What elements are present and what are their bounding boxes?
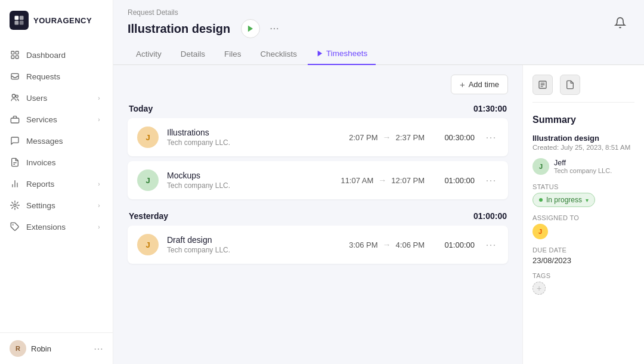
draft-menu-button[interactable]: ⋯	[483, 237, 499, 252]
tags-field: Tags +	[532, 272, 634, 295]
today-label: Today	[129, 104, 153, 113]
start-time-3: 3:06 PM	[349, 240, 377, 249]
status-dot	[539, 198, 543, 202]
yesterday-total: 01:00:00	[473, 211, 507, 221]
sidebar-item-users-label: Users	[26, 94, 47, 103]
sidebar-item-extensions-label: Extensions	[26, 223, 66, 232]
grid-icon	[10, 50, 20, 60]
right-panel: Summary Illustration design Created: Jul…	[522, 65, 644, 364]
sidebar-item-reports-label: Reports	[26, 180, 54, 189]
timesheet-illustrations: J Illustrations Tech company LLC. 2:07 P…	[128, 118, 508, 156]
sidebar-item-services-label: Services	[26, 115, 57, 124]
tab-timesheets[interactable]: Timesheets	[308, 44, 376, 65]
due-date-value: 23/08/2023	[532, 256, 634, 265]
users-icon	[10, 92, 20, 103]
tab-details[interactable]: Details	[172, 45, 213, 64]
sidebar-item-requests-label: Requests	[26, 72, 60, 81]
assigned-field: Assigned To J	[532, 214, 634, 239]
timesheet-mockups: J Mockups Tech company LLC. 11:07 AM → 1…	[128, 161, 508, 199]
sidebar-item-reports[interactable]: Reports ›	[0, 173, 113, 195]
chevron-right-icon-2: ›	[95, 180, 103, 188]
due-date-label: Due Date	[532, 246, 634, 254]
panel-list-button[interactable]	[532, 75, 553, 95]
timesheet-illustrations-info: Illustrations Tech company LLC.	[167, 128, 340, 147]
assigned-label: Assigned To	[532, 214, 634, 221]
notification-button[interactable]	[611, 13, 630, 32]
svg-rect-0	[15, 16, 19, 20]
summary-user-info: Jeff Tech company LLC.	[554, 159, 612, 174]
add-time-button[interactable]: + Add time	[451, 75, 508, 94]
avatar-mockups: J	[137, 169, 159, 191]
sidebar-item-dashboard-label: Dashboard	[26, 51, 66, 60]
page-title: Illustration design	[128, 19, 284, 38]
chevron-right-icon: ›	[95, 115, 103, 124]
tags-label: Tags	[532, 272, 634, 279]
tab-checklists[interactable]: Checklists	[252, 45, 306, 64]
svg-rect-5	[16, 51, 18, 54]
summary-request-title: Illustration design	[532, 134, 634, 143]
mockups-menu-button[interactable]: ⋯	[483, 172, 499, 188]
sidebar-item-dashboard[interactable]: Dashboard	[0, 44, 113, 66]
plus-icon: +	[460, 79, 465, 90]
add-tag-button[interactable]: +	[532, 282, 546, 295]
logo-icon	[10, 11, 29, 30]
chevron-right-icon-3: ›	[95, 223, 103, 231]
svg-rect-6	[11, 55, 14, 58]
status-label: Status	[532, 183, 634, 190]
svg-point-14	[14, 204, 16, 206]
timesheet-draft-duration: 01:00:00	[433, 240, 475, 249]
arrow-icon-2: →	[378, 175, 386, 185]
footer-user[interactable]: R Robin	[10, 340, 51, 357]
breadcrumb: Request Details	[128, 8, 284, 17]
tags-row: +	[532, 282, 634, 295]
svg-rect-3	[20, 21, 24, 25]
avatar-draft-design: J	[137, 234, 159, 255]
end-time: 2:37 PM	[396, 133, 425, 142]
puzzle-icon	[10, 221, 20, 232]
summary-user-company: Tech company LLC.	[554, 167, 612, 174]
sidebar-item-services[interactable]: Services ›	[0, 109, 113, 130]
sidebar-nav: Dashboard Requests Users › Services ›	[0, 39, 113, 332]
tabs-bar: Activity Details Files Checklists Timesh…	[113, 44, 644, 65]
chat-icon	[10, 135, 20, 146]
today-section: Today 01:30:00 J Illustrations Tech comp…	[128, 104, 508, 199]
chevron-down-icon-2: ›	[95, 201, 103, 209]
timesheet-draft-name: Draft design	[167, 235, 340, 245]
today-header: Today 01:30:00	[128, 104, 508, 113]
summary-user: J Jeff Tech company LLC.	[532, 158, 634, 175]
due-date-field: Due Date 23/08/2023	[532, 246, 634, 265]
yesterday-label: Yesterday	[129, 211, 168, 221]
more-menu-button[interactable]	[265, 19, 284, 38]
timesheet-draft-design: J Draft design Tech company LLC. 3:06 PM…	[128, 226, 508, 264]
panel-doc-button[interactable]	[560, 75, 580, 95]
start-time: 2:07 PM	[349, 133, 377, 142]
sidebar-item-settings[interactable]: Settings ›	[0, 195, 113, 216]
sidebar-item-extensions[interactable]: Extensions ›	[0, 216, 113, 237]
sidebar-item-users[interactable]: Users ›	[0, 87, 113, 109]
add-time-bar: + Add time	[128, 75, 508, 94]
status-value: In progress	[546, 196, 582, 204]
sidebar-item-requests[interactable]: Requests	[0, 66, 113, 87]
sidebar-item-messages-label: Messages	[26, 137, 63, 146]
inbox-icon	[10, 71, 20, 82]
sidebar: YOURAGENCY Dashboard Requests Users ›	[0, 0, 113, 364]
timesheet-mockups-name: Mockups	[167, 171, 332, 180]
sidebar-item-messages[interactable]: Messages	[0, 130, 113, 152]
sidebar-item-invoices[interactable]: Invoices	[0, 152, 113, 173]
tab-files[interactable]: Files	[216, 45, 250, 64]
svg-rect-4	[11, 51, 14, 54]
svg-rect-2	[15, 21, 19, 25]
svg-rect-11	[11, 118, 18, 123]
timesheet-draft-info: Draft design Tech company LLC.	[167, 235, 340, 254]
play-button[interactable]	[241, 19, 260, 38]
end-time-2: 12:07 PM	[391, 176, 425, 185]
illustrations-menu-button[interactable]: ⋯	[483, 129, 499, 145]
status-badge[interactable]: In progress ▾	[532, 193, 595, 207]
svg-rect-7	[16, 55, 18, 58]
more-options-icon[interactable]: ⋯	[94, 343, 103, 354]
tab-activity[interactable]: Activity	[128, 45, 170, 64]
timesheet-illustrations-times: 2:07 PM → 2:37 PM	[349, 132, 425, 142]
svg-point-10	[16, 95, 18, 97]
start-time-2: 11:07 AM	[340, 176, 373, 185]
tab-timesheets-label: Timesheets	[316, 49, 367, 58]
